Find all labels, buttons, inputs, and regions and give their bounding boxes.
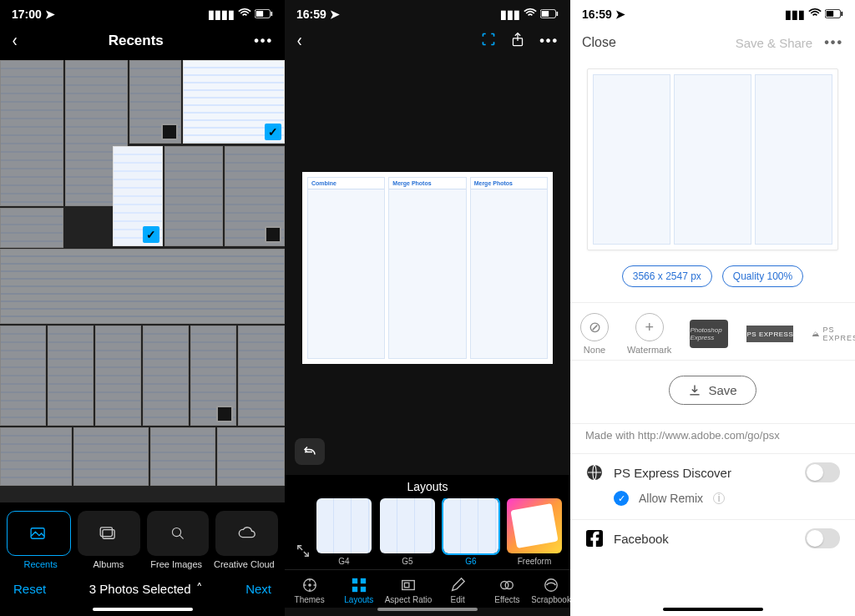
- tab-edit[interactable]: Edit: [433, 575, 483, 608]
- photo-thumb[interactable]: [225, 146, 285, 246]
- tab-label: Themes: [295, 595, 325, 604]
- layouts-title: Layouts: [285, 475, 570, 498]
- remix-label: Allow Remix: [639, 492, 703, 505]
- facebook-toggle[interactable]: [805, 528, 840, 548]
- photo-thumb[interactable]: [164, 146, 223, 246]
- photo-thumb[interactable]: [73, 427, 149, 486]
- layout-label: G6: [465, 557, 476, 566]
- close-button[interactable]: Close: [582, 35, 616, 50]
- photo-grid[interactable]: ✓ ✓: [0, 60, 285, 502]
- facebook-icon: [585, 529, 604, 548]
- layout-label: G4: [338, 557, 349, 566]
- layout-thumb-row[interactable]: G4 G5 G6 Freeform: [285, 498, 570, 569]
- photo-thumb[interactable]: [129, 60, 181, 144]
- watermark-none[interactable]: ⊘ None: [580, 313, 609, 355]
- badge-preview: Photoshop Express: [690, 320, 728, 348]
- photo-thumb[interactable]: [217, 427, 285, 486]
- scan-icon[interactable]: [481, 32, 496, 50]
- tab-label: Free Images: [143, 559, 210, 569]
- layout-option[interactable]: Freeform: [505, 498, 564, 566]
- signal-icon: ▮▮▮: [785, 8, 805, 21]
- signal-icon: ▮▮▮: [500, 8, 520, 21]
- share-discover-row[interactable]: PS Express Discover: [570, 454, 855, 491]
- collage-cell[interactable]: Merge Photos: [388, 177, 466, 359]
- next-button[interactable]: Next: [245, 582, 271, 596]
- status-bar: 16:59➤ ▮▮▮: [570, 0, 855, 25]
- photo-thumb[interactable]: [143, 326, 189, 426]
- tab-creative-cloud[interactable]: [215, 511, 278, 556]
- collage-cell[interactable]: Combine: [307, 177, 385, 359]
- select-checkbox[interactable]: ✓: [265, 124, 281, 140]
- tab-aspect-ratio[interactable]: Aspect Ratio: [383, 575, 433, 608]
- svg-rect-14: [352, 578, 357, 583]
- info-icon[interactable]: i: [713, 492, 725, 504]
- layout-option[interactable]: G6: [442, 498, 500, 566]
- back-button[interactable]: ‹: [13, 30, 18, 52]
- share-label: PS Express Discover: [614, 466, 731, 480]
- photo-thumb[interactable]: [190, 326, 236, 426]
- preview-cell: [755, 74, 832, 245]
- tab-albums[interactable]: [78, 511, 140, 556]
- status-bar: 16:59➤ ▮▮▮: [285, 0, 570, 25]
- more-button[interactable]: •••: [254, 33, 273, 48]
- selection-count[interactable]: 3 Photos Selected˄: [89, 581, 203, 596]
- layout-option[interactable]: G5: [378, 498, 437, 566]
- layout-preview: [316, 498, 372, 553]
- svg-rect-16: [352, 587, 357, 592]
- select-checkbox[interactable]: [216, 406, 233, 422]
- tab-effects[interactable]: Effects: [483, 575, 532, 608]
- svg-rect-19: [404, 583, 408, 587]
- share-icon[interactable]: [511, 32, 524, 51]
- photo-thumb[interactable]: [0, 60, 63, 206]
- expand-icon[interactable]: [293, 541, 313, 561]
- layout-option[interactable]: G4: [315, 498, 373, 566]
- allow-remix-row[interactable]: ✓ Allow Remix i: [570, 491, 855, 514]
- photo-thumb[interactable]: [150, 427, 215, 486]
- watermark-psexpress-box[interactable]: PS EXPRESS: [746, 326, 793, 342]
- tab-themes[interactable]: Themes: [285, 575, 334, 608]
- dimensions-pill[interactable]: 3566 x 2547 px: [622, 265, 712, 287]
- more-button[interactable]: •••: [539, 33, 559, 48]
- select-checkbox[interactable]: [265, 226, 281, 243]
- photo-thumb[interactable]: ✓: [113, 146, 163, 246]
- photo-thumb[interactable]: [0, 208, 63, 248]
- made-with-text: Made with http://www.adobe.com/go/psx: [570, 424, 855, 453]
- photo-thumb[interactable]: [238, 326, 285, 426]
- save-share-label: Save & Share: [736, 36, 813, 50]
- collage-preview[interactable]: Combine Merge Photos Merge Photos: [285, 60, 570, 475]
- status-bar: 17:00➤ ▮▮▮▮: [0, 0, 285, 25]
- watermark-add[interactable]: + Watermark: [627, 313, 671, 355]
- save-button[interactable]: Save: [669, 376, 756, 405]
- ps-text: ⛰ PS EXPRESS: [812, 326, 855, 342]
- ps-box: PS EXPRESS: [746, 326, 793, 342]
- watermark-row[interactable]: ⊘ None + Watermark Photoshop Express PS …: [570, 303, 855, 360]
- watermark-badge[interactable]: Photoshop Express: [690, 320, 728, 348]
- photo-thumb[interactable]: [0, 427, 72, 486]
- tab-recents[interactable]: [7, 511, 71, 556]
- plus-icon: +: [635, 313, 664, 341]
- more-button[interactable]: •••: [824, 35, 843, 50]
- discover-toggle[interactable]: [805, 462, 840, 482]
- collage-cell[interactable]: Merge Photos: [470, 177, 548, 359]
- select-checkbox[interactable]: [161, 124, 178, 140]
- share-facebook-row[interactable]: Facebook: [570, 520, 855, 557]
- photo-thumb[interactable]: [0, 249, 285, 324]
- tab-free-images[interactable]: [147, 511, 210, 556]
- photo-thumb[interactable]: [0, 326, 46, 426]
- home-indicator: [663, 608, 763, 611]
- quality-pill[interactable]: Quality 100%: [722, 265, 803, 287]
- themes-icon: [301, 577, 319, 593]
- tab-scrapbook[interactable]: Scrapbook: [532, 575, 570, 608]
- back-button[interactable]: ‹: [297, 30, 302, 52]
- select-checkbox[interactable]: ✓: [143, 226, 159, 243]
- tab-layouts[interactable]: Layouts: [334, 575, 383, 608]
- watermark-psexpress-text[interactable]: ⛰ PS EXPRESS: [812, 326, 855, 342]
- reset-button[interactable]: Reset: [13, 582, 46, 596]
- photo-thumb[interactable]: ✓: [183, 60, 285, 144]
- export-settings: 3566 x 2547 px Quality 100%: [570, 255, 855, 302]
- layouts-panel: Layouts G4 G5 G6 F: [285, 475, 570, 569]
- undo-button[interactable]: [295, 438, 325, 465]
- tab-label: Albums: [74, 559, 142, 569]
- photo-thumb[interactable]: [95, 326, 141, 426]
- photo-thumb[interactable]: [48, 326, 94, 426]
